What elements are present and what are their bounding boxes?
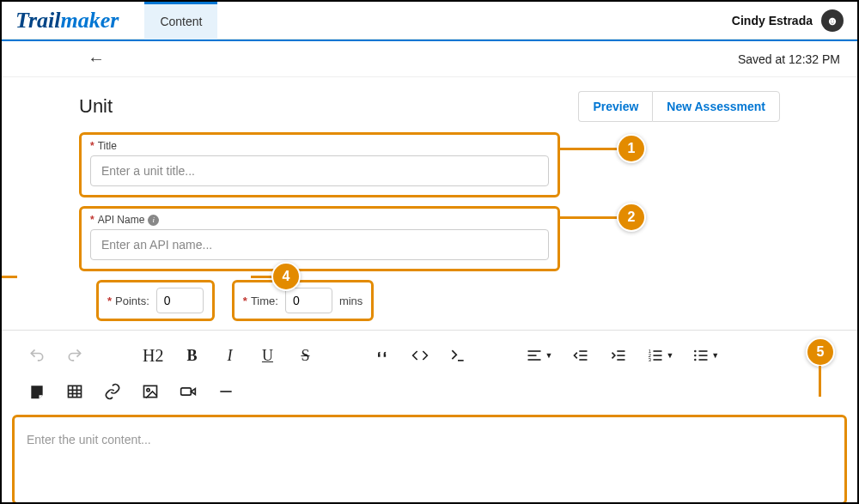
svg-point-21 <box>694 359 697 361</box>
video-icon[interactable] <box>179 380 198 403</box>
brand-part2: maker <box>60 8 119 33</box>
italic-button[interactable]: I <box>220 344 239 367</box>
required-icon: * <box>90 140 94 152</box>
title-label: *Title <box>90 140 549 152</box>
quote-icon[interactable] <box>373 344 392 367</box>
note-icon[interactable] <box>27 380 46 403</box>
avatar: ☻ <box>821 9 844 32</box>
callout-2-connector <box>560 216 620 219</box>
redo-icon[interactable] <box>65 344 84 367</box>
callout-3-connector <box>0 276 17 278</box>
hr-icon[interactable] <box>216 380 235 403</box>
callout-2: 2 <box>617 203 646 232</box>
outdent-icon[interactable] <box>571 344 590 367</box>
editor-toolbar: H2 B I U S ▼ 123▼ ▼ <box>2 330 857 410</box>
points-time-row: *Points: *Time: mins <box>96 280 780 321</box>
bold-button[interactable]: B <box>182 344 201 367</box>
content-editor[interactable]: Enter the unit content... <box>12 415 847 504</box>
unordered-list-icon[interactable]: ▼ <box>692 344 719 367</box>
svg-point-19 <box>694 350 697 353</box>
api-name-field-group: *API Namei <box>79 206 560 271</box>
main-content: Unit Preview New Assessment *Title 1 *AP… <box>2 77 857 321</box>
image-icon[interactable] <box>141 380 160 403</box>
sub-bar: ← Saved at 12:32 PM <box>2 41 857 77</box>
callout-1: 1 <box>617 134 646 163</box>
tab-content[interactable]: Content <box>144 2 217 39</box>
required-icon: * <box>243 295 247 307</box>
terminal-icon[interactable] <box>448 344 467 367</box>
title-input[interactable] <box>90 155 549 186</box>
api-name-label: *API Namei <box>90 214 549 226</box>
align-icon[interactable]: ▼ <box>526 344 552 367</box>
points-label: *Points: <box>107 295 149 307</box>
callout-4: 4 <box>271 262 301 291</box>
required-icon: * <box>107 295 112 307</box>
heading-button[interactable]: H2 <box>143 344 163 367</box>
callout-1-connector <box>560 148 620 150</box>
code-icon[interactable] <box>411 344 430 367</box>
points-field-group: *Points: <box>96 280 215 321</box>
brand-logo: Trailmaker <box>15 8 119 33</box>
undo-icon[interactable] <box>27 344 46 367</box>
svg-rect-22 <box>69 386 82 397</box>
svg-text:3: 3 <box>649 357 651 362</box>
back-arrow-icon[interactable]: ← <box>88 49 105 69</box>
time-field-group: *Time: mins <box>232 280 375 321</box>
time-label: *Time: <box>243 295 278 307</box>
svg-point-20 <box>694 355 697 357</box>
preview-button[interactable]: Preview <box>578 91 652 122</box>
callout-5-connector <box>819 366 821 397</box>
time-unit: mins <box>339 295 362 307</box>
link-icon[interactable] <box>103 380 122 403</box>
svg-point-28 <box>147 389 149 392</box>
info-icon[interactable]: i <box>148 215 159 226</box>
callout-5: 5 <box>806 337 835 367</box>
saved-status: Saved at 12:32 PM <box>738 52 840 66</box>
tab-content-label: Content <box>160 15 202 28</box>
table-icon[interactable] <box>65 380 84 403</box>
strikethrough-button[interactable]: S <box>295 344 314 367</box>
required-icon: * <box>90 214 94 226</box>
svg-rect-27 <box>144 386 157 397</box>
indent-icon[interactable] <box>609 344 628 367</box>
points-input[interactable] <box>156 288 204 313</box>
api-name-input[interactable] <box>90 229 549 260</box>
new-assessment-button[interactable]: New Assessment <box>652 91 780 122</box>
top-bar: Trailmaker Content Cindy Estrada ☻ <box>2 2 857 39</box>
page-title: Unit <box>79 95 113 118</box>
ordered-list-icon[interactable]: 123▼ <box>647 344 673 367</box>
user-menu[interactable]: Cindy Estrada ☻ <box>732 9 844 32</box>
brand-part1: Trail <box>15 8 60 33</box>
svg-rect-29 <box>181 388 192 395</box>
time-input[interactable] <box>285 288 332 313</box>
title-field-group: *Title <box>79 132 560 197</box>
user-name: Cindy Estrada <box>732 14 813 27</box>
editor-placeholder: Enter the unit content... <box>27 433 151 446</box>
underline-button[interactable]: U <box>258 344 277 367</box>
